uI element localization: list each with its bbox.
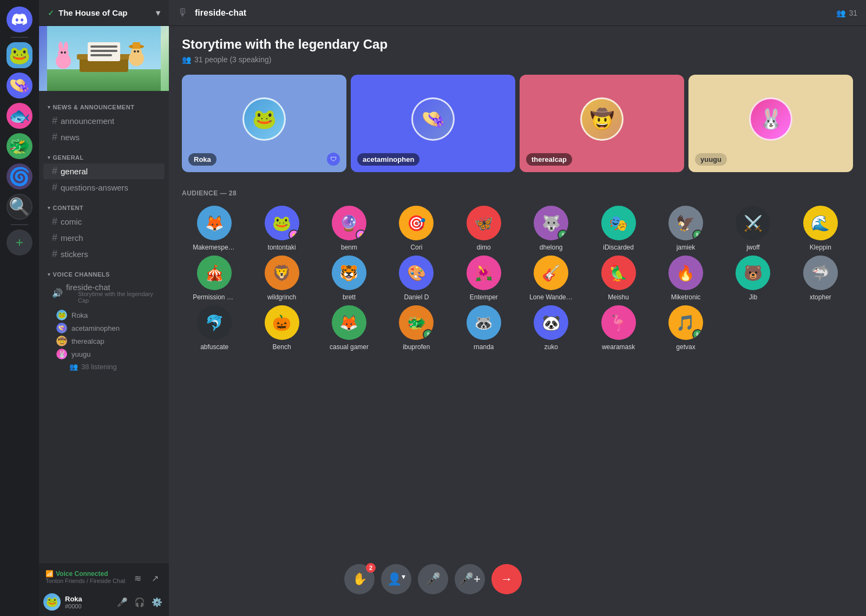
audience-member-wearamask[interactable]: 🦩 wearamask: [586, 305, 651, 351]
audience-member-daniel-d[interactable]: 🎨 Daniel D: [384, 255, 449, 301]
vc-waveform-button[interactable]: ≋: [130, 571, 145, 586]
audience-member-makemespeakrr[interactable]: 🦊 Makemespeakrr: [182, 206, 247, 251]
audience-member-cori[interactable]: 🎯 Cori: [384, 206, 449, 251]
audience-member-tontontaki[interactable]: 🐸 ⚡ tontontaki: [249, 206, 314, 251]
audience-member-jib[interactable]: 🐻 Jib: [720, 255, 785, 301]
server-icon-5[interactable]: 🌀: [6, 163, 32, 189]
server-icon-3[interactable]: 🐟: [6, 103, 32, 129]
user-name: Roka: [65, 595, 110, 603]
audience-member-brett[interactable]: 🐯 brett: [317, 255, 382, 301]
sidebar: ✓ The House of Cap ▾: [39, 0, 169, 616]
member-count-value: 31: [849, 9, 857, 17]
audience-member-permission-man[interactable]: 🎪 Permission Man: [182, 255, 247, 301]
audience-member-wildgrinch[interactable]: 🦁 wildgrinch: [249, 255, 314, 301]
audience-member-entemper[interactable]: 🌺 Entemper: [451, 255, 516, 301]
audience-member-name: dhelong: [540, 244, 563, 251]
svg-rect-1: [47, 69, 161, 91]
audience-member-xtopher[interactable]: 🦈 xtopher: [788, 255, 853, 301]
server-icon-2[interactable]: 👒: [6, 73, 32, 99]
speaker-card-acetaminophen[interactable]: 👒 acetaminophen: [351, 75, 515, 172]
audience-member-abfuscate[interactable]: 🐬 abfuscate: [182, 305, 247, 351]
audience-member-lone-wanderer[interactable]: 🎸 Lone Wanderer: [519, 255, 583, 301]
mute-button[interactable]: 🎤: [115, 594, 130, 610]
category-news-announcement[interactable]: ▾ NEWS & ANNOUNCEMENT: [39, 95, 169, 113]
audience-member-miketronic[interactable]: 🔥 Miketronic: [653, 255, 718, 301]
speaker-card-roka[interactable]: 🐸 Roka 🛡: [182, 75, 346, 172]
audience-member-ibuprofen[interactable]: 🐲 🎙 ibuprofen: [384, 305, 449, 351]
audience-avatar: 🦋: [467, 206, 501, 240]
add-speaker-button[interactable]: 🎤+: [455, 564, 485, 594]
server-divider: [11, 37, 28, 38]
user-area: 🐸 Roka #0000 🎤 🎧 ⚙️: [39, 588, 169, 616]
audience-avatar: 🦁: [265, 255, 299, 290]
audience-member-jamiek[interactable]: 🦅 🎙 jamiek: [653, 206, 718, 251]
audience-member-name: benm: [341, 244, 357, 251]
audience-member-name: dimo: [477, 244, 491, 251]
audience-member-name: jwoff: [746, 244, 759, 251]
audience-member-jwoff[interactable]: ⚔️ jwoff: [720, 206, 785, 251]
speaker-card-yuugu[interactable]: 🐰 yuugu: [688, 75, 853, 172]
channel-news[interactable]: # news: [43, 129, 165, 145]
mod-shield-icon: 🛡: [327, 153, 340, 166]
category-arrow-icon: ▾: [48, 272, 51, 277]
add-server-button[interactable]: +: [6, 230, 32, 255]
leave-button[interactable]: →: [491, 564, 522, 594]
audience-member-name: Daniel D: [404, 293, 429, 301]
audience-member-name: Makemespeakrr: [193, 244, 236, 251]
audience-member-casual-gamer[interactable]: 🦊 casual gamer: [317, 305, 382, 351]
discord-home-button[interactable]: [6, 6, 32, 32]
audience-member-benm[interactable]: 🔮 ⚡ benm: [317, 206, 382, 251]
voice-member-therealcap[interactable]: 🤠 therealcap: [52, 335, 169, 348]
audience-avatar: 🦊: [332, 305, 366, 340]
hash-icon: #: [52, 115, 57, 127]
mic-badge-icon: 🎙: [423, 329, 434, 340]
audience-avatar: 🌺: [467, 255, 501, 290]
member-count: 👥 31: [836, 9, 857, 17]
mic-button[interactable]: 🎤: [418, 564, 448, 594]
audience-member-dhelong[interactable]: 🐺 🎙 dhelong: [519, 206, 583, 251]
voice-channel-fireside-chat[interactable]: 🔊 fireside-chat Storytime with the legen…: [43, 280, 165, 306]
audience-member-name: wildgrinch: [267, 293, 296, 301]
server-icon-4[interactable]: 🐲: [6, 133, 32, 159]
category-general[interactable]: ▾ GENERAL: [39, 146, 169, 163]
channel-merch[interactable]: # merch: [43, 230, 165, 246]
raise-hand-button[interactable]: ✋ 2: [344, 564, 375, 594]
voice-member-yuugu[interactable]: 🐰 yuugu: [52, 348, 169, 361]
channel-announcement[interactable]: # announcement: [43, 113, 165, 129]
audience-member-getvax[interactable]: 🎵 🎙 getvax: [653, 305, 718, 351]
speaker-card-therealcap[interactable]: 🤠 therealcap: [520, 75, 684, 172]
audience-member-zuko[interactable]: 🐼 zuko: [519, 305, 583, 351]
server-icon-1[interactable]: 🐸: [6, 42, 32, 68]
svg-rect-17: [133, 42, 140, 49]
stage-area: Storytime with the legendary Cap 👥 31 pe…: [169, 26, 866, 616]
vc-leave-button[interactable]: ↗: [147, 571, 162, 586]
audience-avatar: 🎨: [399, 255, 434, 290]
audience-member-name: tontontaki: [268, 244, 296, 251]
category-voice-channels[interactable]: ▾ VOICE CHANNELS: [39, 263, 169, 280]
audience-avatar: ⚔️: [736, 206, 770, 240]
settings-button[interactable]: ⚙️: [149, 594, 165, 610]
server-name: The House of Cap: [58, 8, 128, 17]
channel-comic[interactable]: # comic: [43, 214, 165, 230]
audience-member-rnanda[interactable]: 🦝 rnanda: [451, 305, 516, 351]
audience-member-kleppin[interactable]: 🌊 Kleppin: [788, 206, 853, 251]
audience-member-bench[interactable]: 🎃 Bench: [249, 305, 314, 351]
server-icon-6[interactable]: 🔍: [6, 194, 32, 220]
audience-member-meishu[interactable]: 🦜 Meishu: [586, 255, 651, 301]
invite-button[interactable]: 👤▾: [381, 564, 411, 594]
category-content[interactable]: ▾ CONTENT: [39, 196, 169, 213]
server-header[interactable]: ✓ The House of Cap ▾: [39, 0, 169, 26]
audience-avatar: 🎵 🎙: [668, 305, 703, 340]
channel-stickers[interactable]: # stickers: [43, 246, 165, 262]
speakers-grid: 🐸 Roka 🛡 👒 acetaminophen 🤠 therealcap 🐰 …: [182, 75, 853, 172]
channel-general[interactable]: # general: [43, 163, 165, 179]
voice-member-roka[interactable]: 🐸 Roka: [52, 309, 169, 322]
channel-questions-answers[interactable]: # questions-answers: [43, 180, 165, 195]
audience-member-dimo[interactable]: 🦋 dimo: [451, 206, 516, 251]
stage-meta: 👥 31 people (3 speaking): [182, 55, 853, 64]
audience-member-name: zuko: [544, 343, 558, 351]
audience-avatar: 🎪: [197, 255, 232, 290]
deafen-button[interactable]: 🎧: [132, 594, 147, 610]
voice-member-acetaminophen[interactable]: 👒 acetaminophen: [52, 322, 169, 335]
audience-member-idiscarded[interactable]: 🎭 iDiscarded: [586, 206, 651, 251]
